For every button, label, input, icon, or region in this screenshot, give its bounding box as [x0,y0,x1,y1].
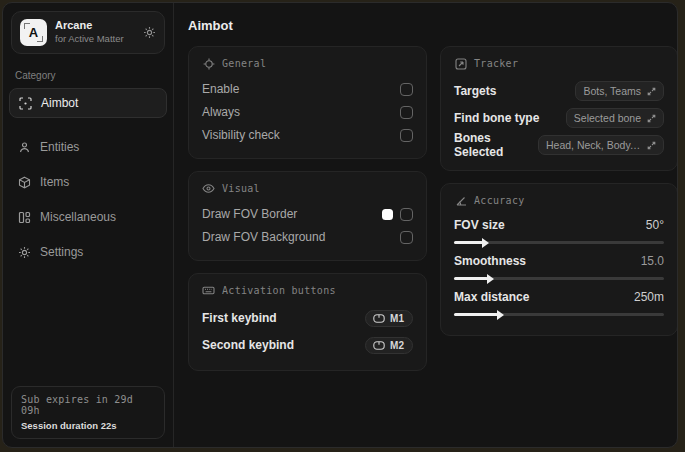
tracker-card: Tracker Targets Bots, Teams [440,46,677,171]
brand-card: A Arcane for Active Matter [11,11,165,54]
fov-size-row: FOV size 50° [454,215,664,244]
draw-fov-border-row: Draw FOV Border [202,203,413,225]
person-radar-icon [17,140,31,154]
always-label: Always [202,105,240,119]
visibility-check-label: Visibility check [202,128,280,142]
visual-card: Visual Draw FOV Border Draw FOV Backgrou… [188,171,427,261]
targets-label: Targets [454,84,496,98]
smoothness-value: 15.0 [641,254,664,268]
angle-icon [454,194,467,207]
smoothness-row: Smoothness 15.0 [454,251,664,280]
page-title: Aimbot [188,18,663,33]
app-window: A Arcane for Active Matter Category [2,2,678,448]
draw-fov-border-checkbox[interactable] [400,208,413,221]
sidebar: A Arcane for Active Matter Category [3,3,174,447]
first-keybind-value: M1 [390,313,404,324]
smoothness-slider[interactable] [454,277,664,280]
second-keybind-row: Second keybind M2 [202,332,413,358]
fov-size-slider-fill [454,241,483,244]
eye-icon [202,182,215,195]
max-distance-row: Max distance 250m [454,287,664,316]
first-keybind-row: First keybind M1 [202,305,413,331]
keyboard-icon [202,284,215,297]
visibility-check-checkbox[interactable] [400,129,413,142]
gear-icon[interactable] [143,26,156,39]
app-logo: A [20,19,47,46]
targets-value: Bots, Teams [583,85,641,97]
brand-text: Arcane for Active Matter [55,19,135,45]
always-row: Always [202,101,413,123]
mouse-icon [373,314,385,323]
sidebar-item-settings[interactable]: Settings [9,238,167,266]
fov-border-color-swatch[interactable] [382,209,393,220]
tracker-icon [454,57,467,70]
category-nav: Aimbot Entities Items [3,88,173,267]
find-bone-type-select[interactable]: Selected bone [566,108,664,128]
expand-icon [647,87,656,96]
smoothness-slider-fill [454,277,488,280]
always-checkbox[interactable] [400,106,413,119]
find-bone-type-value: Selected bone [574,112,641,124]
session-duration-text: Session duration 22s [21,420,155,431]
activation-buttons-card: Activation buttons First keybind M1 [188,273,427,371]
brand-subtitle: for Active Matter [55,33,135,45]
first-keybind-button[interactable]: M1 [365,310,413,327]
fov-size-value: 50° [646,218,664,232]
enable-row: Enable [202,78,413,100]
enable-checkbox[interactable] [400,83,413,96]
subscription-info-box: Sub expires in 29d 09h Session duration … [11,386,165,439]
tracker-card-title: Tracker [474,58,518,69]
find-bone-type-label: Find bone type [454,111,539,125]
targets-row: Targets Bots, Teams [454,78,664,104]
draw-fov-background-checkbox[interactable] [400,231,413,244]
expand-icon [647,114,656,123]
first-keybind-label: First keybind [202,311,277,325]
crosshair-icon [202,57,215,70]
sidebar-item-label: Aimbot [41,96,78,110]
sidebar-item-label: Settings [40,245,83,259]
sidebar-item-label: Entities [40,140,79,154]
max-distance-slider-fill [454,313,498,316]
bones-selected-label: Bones Selected [454,131,538,159]
sidebar-item-miscellaneous[interactable]: Miscellaneous [9,203,167,231]
second-keybind-value: M2 [390,340,404,351]
cube-icon [17,175,31,189]
second-keybind-button[interactable]: M2 [365,337,413,354]
sidebar-item-aimbot[interactable]: Aimbot [9,88,167,118]
bones-selected-value: Head, Neck, Body, Pe.. [546,139,641,151]
visual-card-title: Visual [222,183,260,194]
accuracy-card-title: Accuracy [474,195,525,206]
sidebar-item-label: Miscellaneous [40,210,116,224]
accuracy-card: Accuracy FOV size 50° Smoothness [440,183,677,336]
find-bone-type-row: Find bone type Selected bone [454,105,664,131]
sidebar-item-items[interactable]: Items [9,168,167,196]
max-distance-value: 250m [634,290,664,304]
layout-grid-icon [17,210,31,224]
general-card: General Enable Always Visibility check [188,46,427,159]
main-content: Aimbot General [174,3,677,447]
draw-fov-background-row: Draw FOV Background [202,226,413,248]
crosshair-scan-icon [18,96,32,110]
smoothness-label: Smoothness [454,254,526,268]
brand-title: Arcane [55,19,135,33]
sidebar-item-label: Items [40,175,69,189]
general-card-title: General [222,58,266,69]
fov-size-slider[interactable] [454,241,664,244]
bones-selected-select[interactable]: Head, Neck, Body, Pe.. [538,135,664,155]
bones-selected-row: Bones Selected Head, Neck, Body, Pe.. [454,132,664,158]
sub-expires-text: Sub expires in 29d 09h [21,394,155,416]
enable-label: Enable [202,82,239,96]
expand-icon [647,141,656,150]
fov-size-label: FOV size [454,218,505,232]
draw-fov-background-label: Draw FOV Background [202,230,325,244]
targets-select[interactable]: Bots, Teams [575,81,664,101]
logo-letter: A [29,25,38,40]
activation-card-title: Activation buttons [222,285,336,296]
draw-fov-border-label: Draw FOV Border [202,207,297,221]
mouse-icon [373,341,385,350]
sidebar-item-entities[interactable]: Entities [9,133,167,161]
max-distance-slider[interactable] [454,313,664,316]
gear-icon [17,245,31,259]
category-label: Category [15,70,161,81]
visibility-check-row: Visibility check [202,124,413,146]
